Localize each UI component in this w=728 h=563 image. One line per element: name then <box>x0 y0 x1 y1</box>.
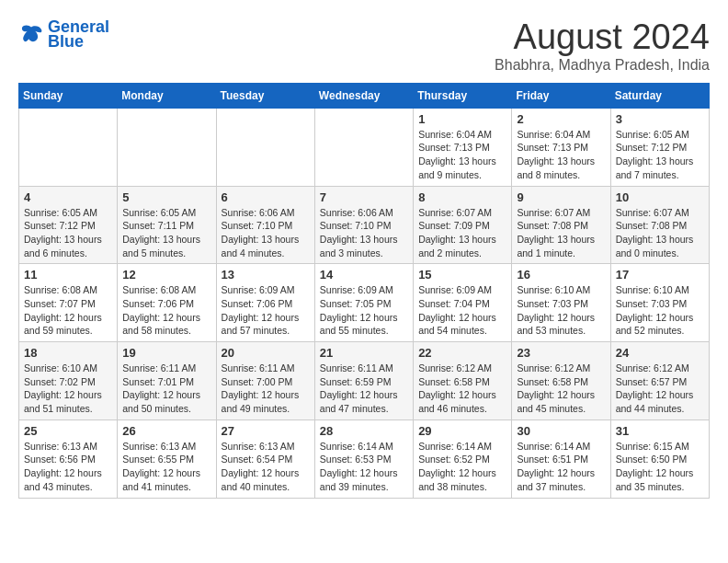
calendar-cell: 14Sunrise: 6:09 AMSunset: 7:05 PMDayligh… <box>314 264 413 342</box>
calendar-cell: 19Sunrise: 6:11 AMSunset: 7:01 PMDayligh… <box>118 342 216 420</box>
calendar-cell: 3Sunrise: 6:05 AMSunset: 7:12 PMDaylight… <box>610 108 709 186</box>
logo-icon <box>18 22 44 48</box>
day-info: Sunrise: 6:14 AMSunset: 6:52 PMDaylight:… <box>418 440 506 494</box>
logo: General Blue <box>18 18 109 52</box>
calendar-cell: 28Sunrise: 6:14 AMSunset: 6:53 PMDayligh… <box>314 419 413 498</box>
calendar-cell: 7Sunrise: 6:06 AMSunset: 7:10 PMDaylight… <box>314 186 413 264</box>
day-info: Sunrise: 6:10 AMSunset: 7:03 PMDaylight:… <box>616 283 704 338</box>
day-info: Sunrise: 6:14 AMSunset: 6:53 PMDaylight:… <box>320 440 408 494</box>
calendar-cell: 22Sunrise: 6:12 AMSunset: 6:58 PMDayligh… <box>414 342 512 420</box>
calendar-cell: 13Sunrise: 6:09 AMSunset: 7:06 PMDayligh… <box>216 264 314 342</box>
calendar-table: SundayMondayTuesdayWednesdayThursdayFrid… <box>18 83 710 499</box>
weekday-header-monday: Monday <box>118 83 216 108</box>
day-number: 8 <box>418 190 506 204</box>
calendar-cell: 4Sunrise: 6:05 AMSunset: 7:12 PMDaylight… <box>19 186 118 264</box>
calendar-cell: 21Sunrise: 6:11 AMSunset: 6:59 PMDayligh… <box>314 342 413 420</box>
day-number: 4 <box>24 190 112 204</box>
calendar-week-row: 18Sunrise: 6:10 AMSunset: 7:02 PMDayligh… <box>19 342 710 420</box>
calendar-cell: 18Sunrise: 6:10 AMSunset: 7:02 PMDayligh… <box>19 342 118 420</box>
day-info: Sunrise: 6:11 AMSunset: 7:00 PMDaylight:… <box>222 362 310 416</box>
calendar-cell: 11Sunrise: 6:08 AMSunset: 7:07 PMDayligh… <box>19 264 118 342</box>
day-number: 27 <box>222 424 310 438</box>
day-number: 3 <box>616 112 704 126</box>
calendar-cell: 25Sunrise: 6:13 AMSunset: 6:56 PMDayligh… <box>19 419 118 498</box>
day-info: Sunrise: 6:13 AMSunset: 6:54 PMDaylight:… <box>222 440 310 494</box>
day-number: 12 <box>122 268 210 282</box>
day-info: Sunrise: 6:07 AMSunset: 7:09 PMDaylight:… <box>418 206 506 260</box>
calendar-cell: 20Sunrise: 6:11 AMSunset: 7:00 PMDayligh… <box>216 342 314 420</box>
day-number: 15 <box>418 268 506 282</box>
logo-text: General Blue <box>48 18 109 52</box>
day-info: Sunrise: 6:11 AMSunset: 7:01 PMDaylight:… <box>122 362 210 416</box>
day-number: 26 <box>122 424 210 438</box>
calendar-cell: 23Sunrise: 6:12 AMSunset: 6:58 PMDayligh… <box>512 342 610 420</box>
weekday-header-thursday: Thursday <box>414 83 512 108</box>
day-info: Sunrise: 6:15 AMSunset: 6:50 PMDaylight:… <box>616 440 704 494</box>
day-number: 18 <box>24 346 112 360</box>
day-number: 20 <box>222 346 310 360</box>
day-info: Sunrise: 6:09 AMSunset: 7:04 PMDaylight:… <box>418 283 506 338</box>
day-info: Sunrise: 6:12 AMSunset: 6:58 PMDaylight:… <box>517 362 605 416</box>
calendar-cell <box>216 108 314 186</box>
day-number: 24 <box>616 346 704 360</box>
calendar-cell: 26Sunrise: 6:13 AMSunset: 6:55 PMDayligh… <box>118 419 216 498</box>
calendar-cell: 27Sunrise: 6:13 AMSunset: 6:54 PMDayligh… <box>216 419 314 498</box>
calendar-cell: 16Sunrise: 6:10 AMSunset: 7:03 PMDayligh… <box>512 264 610 342</box>
day-info: Sunrise: 6:11 AMSunset: 6:59 PMDaylight:… <box>320 362 408 416</box>
day-number: 16 <box>517 268 605 282</box>
day-number: 22 <box>418 346 506 360</box>
calendar-cell: 9Sunrise: 6:07 AMSunset: 7:08 PMDaylight… <box>512 186 610 264</box>
day-info: Sunrise: 6:04 AMSunset: 7:13 PMDaylight:… <box>418 128 506 182</box>
calendar-week-row: 25Sunrise: 6:13 AMSunset: 6:56 PMDayligh… <box>19 419 710 498</box>
day-number: 11 <box>24 268 112 282</box>
location-title: Bhabhra, Madhya Pradesh, India <box>495 57 710 74</box>
weekday-header-friday: Friday <box>512 83 610 108</box>
day-number: 10 <box>616 190 704 204</box>
day-number: 6 <box>222 190 310 204</box>
calendar-cell: 10Sunrise: 6:07 AMSunset: 7:08 PMDayligh… <box>610 186 709 264</box>
day-info: Sunrise: 6:10 AMSunset: 7:03 PMDaylight:… <box>517 283 605 338</box>
day-number: 5 <box>122 190 210 204</box>
calendar-cell: 2Sunrise: 6:04 AMSunset: 7:13 PMDaylight… <box>512 108 610 186</box>
calendar-cell <box>118 108 216 186</box>
calendar-cell <box>314 108 413 186</box>
day-info: Sunrise: 6:13 AMSunset: 6:55 PMDaylight:… <box>122 440 210 494</box>
calendar-cell: 8Sunrise: 6:07 AMSunset: 7:09 PMDaylight… <box>414 186 512 264</box>
weekday-header-tuesday: Tuesday <box>216 83 314 108</box>
weekday-header-row: SundayMondayTuesdayWednesdayThursdayFrid… <box>19 83 710 108</box>
calendar-cell: 5Sunrise: 6:05 AMSunset: 7:11 PMDaylight… <box>118 186 216 264</box>
day-info: Sunrise: 6:10 AMSunset: 7:02 PMDaylight:… <box>24 362 112 416</box>
calendar-cell: 30Sunrise: 6:14 AMSunset: 6:51 PMDayligh… <box>512 419 610 498</box>
day-number: 29 <box>418 424 506 438</box>
day-number: 1 <box>418 112 506 126</box>
day-info: Sunrise: 6:09 AMSunset: 7:05 PMDaylight:… <box>320 283 408 338</box>
page-header: General Blue August 2024 Bhabhra, Madhya… <box>18 18 710 74</box>
month-title: August 2024 <box>495 18 710 57</box>
day-info: Sunrise: 6:05 AMSunset: 7:12 PMDaylight:… <box>24 206 112 260</box>
calendar-cell: 15Sunrise: 6:09 AMSunset: 7:04 PMDayligh… <box>414 264 512 342</box>
day-info: Sunrise: 6:13 AMSunset: 6:56 PMDaylight:… <box>24 440 112 494</box>
calendar-week-row: 1Sunrise: 6:04 AMSunset: 7:13 PMDaylight… <box>19 108 710 186</box>
day-number: 21 <box>320 346 408 360</box>
weekday-header-saturday: Saturday <box>610 83 709 108</box>
calendar-cell: 29Sunrise: 6:14 AMSunset: 6:52 PMDayligh… <box>414 419 512 498</box>
day-info: Sunrise: 6:06 AMSunset: 7:10 PMDaylight:… <box>320 206 408 260</box>
day-info: Sunrise: 6:08 AMSunset: 7:07 PMDaylight:… <box>24 283 112 338</box>
weekday-header-wednesday: Wednesday <box>314 83 413 108</box>
weekday-header-sunday: Sunday <box>19 83 118 108</box>
calendar-cell: 6Sunrise: 6:06 AMSunset: 7:10 PMDaylight… <box>216 186 314 264</box>
day-number: 31 <box>616 424 704 438</box>
day-number: 23 <box>517 346 605 360</box>
day-number: 25 <box>24 424 112 438</box>
calendar-cell <box>19 108 118 186</box>
day-info: Sunrise: 6:09 AMSunset: 7:06 PMDaylight:… <box>222 283 310 338</box>
day-info: Sunrise: 6:07 AMSunset: 7:08 PMDaylight:… <box>616 206 704 260</box>
day-info: Sunrise: 6:06 AMSunset: 7:10 PMDaylight:… <box>222 206 310 260</box>
day-info: Sunrise: 6:14 AMSunset: 6:51 PMDaylight:… <box>517 440 605 494</box>
calendar-cell: 24Sunrise: 6:12 AMSunset: 6:57 PMDayligh… <box>610 342 709 420</box>
calendar-week-row: 11Sunrise: 6:08 AMSunset: 7:07 PMDayligh… <box>19 264 710 342</box>
calendar-cell: 1Sunrise: 6:04 AMSunset: 7:13 PMDaylight… <box>414 108 512 186</box>
day-info: Sunrise: 6:12 AMSunset: 6:57 PMDaylight:… <box>616 362 704 416</box>
day-info: Sunrise: 6:07 AMSunset: 7:08 PMDaylight:… <box>517 206 605 260</box>
day-number: 28 <box>320 424 408 438</box>
